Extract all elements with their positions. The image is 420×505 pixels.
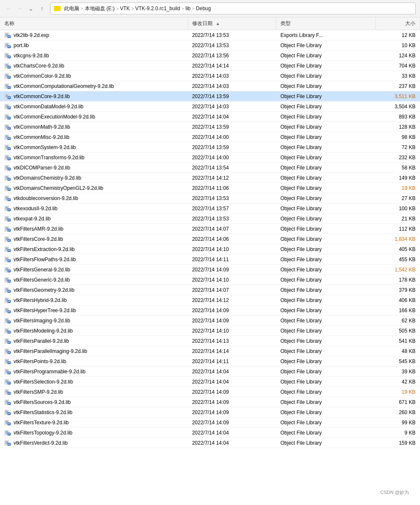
dropdown-button[interactable]: ⌄ (26, 4, 36, 13)
table-row[interactable]: vtkCommonCore-9.2d.lib2022/7/14 13:59Obj… (0, 91, 420, 102)
col-header-type[interactable]: 类型 (276, 17, 375, 30)
table-row[interactable]: vtkFiltersGeneral-9.2d.lib2022/7/14 14:0… (0, 265, 420, 275)
forward-button[interactable]: → (15, 4, 25, 13)
table-row[interactable]: vtkFiltersParallel-9.2d.lib2022/7/14 14:… (0, 336, 420, 346)
table-row[interactable]: vtkCommonDataModel-9.2d.lib2022/7/14 14:… (0, 102, 420, 112)
table-row[interactable]: vtkCommonExecutionModel-9.2d.lib2022/7/1… (0, 112, 420, 122)
svg-rect-12 (8, 46, 10, 46)
table-row[interactable]: vtkFiltersGeometry-9.2d.lib2022/7/14 14:… (0, 285, 420, 295)
file-name-text: vtkexpat-9.2d.lib (14, 216, 50, 222)
file-name-text: vtkFiltersImaging-9.2d.lib (14, 318, 70, 324)
table-row[interactable]: vtkFiltersTopology-9.2d.lib2022/7/14 14:… (0, 428, 420, 438)
svg-rect-195 (8, 312, 10, 312)
col-header-name[interactable]: 名称 (0, 17, 188, 30)
table-row[interactable]: vtkCommonColor-9.2d.lib2022/7/14 14:03Ob… (0, 71, 420, 81)
file-size-cell: 3,504 KB (375, 102, 420, 112)
table-header-row: 名称 修改日期 ▲ 类型 大小 (0, 17, 420, 30)
breadcrumb-item-2[interactable]: VTK (120, 6, 130, 11)
breadcrumb-item-0[interactable]: 此电脑 (64, 6, 79, 11)
file-size-cell: 260 KB (375, 407, 420, 418)
breadcrumb-item-5[interactable]: Debug (196, 6, 211, 11)
table-row[interactable]: vtkFiltersHyperTree-9.2d.lib2022/7/14 14… (0, 305, 420, 316)
file-name-text: vtkFiltersTexture-9.2d.lib (14, 420, 69, 426)
file-type-cell: Object File Library (276, 244, 375, 254)
file-type-cell: Object File Library (276, 254, 375, 265)
lib-file-icon (4, 62, 11, 69)
file-size-cell: 3,511 KB (375, 91, 420, 102)
svg-rect-201 (8, 321, 10, 322)
lib-file-icon (4, 276, 11, 283)
svg-rect-40 (8, 87, 10, 87)
svg-rect-174 (8, 281, 10, 282)
table-row[interactable]: vtkFiltersProgrammable-9.2d.lib2022/7/14… (0, 367, 420, 377)
table-row[interactable]: vtkexodusII-9.2d.lib2022/7/14 13:57Objec… (0, 203, 420, 214)
table-row[interactable]: vtkFiltersExtraction-9.2d.lib2022/7/14 1… (0, 244, 420, 254)
file-name-cell: vtkCommonTransforms-9.2d.lib (0, 152, 188, 163)
file-date-cell: 2022/7/14 14:03 (188, 81, 276, 91)
table-row[interactable]: vtkDICOMParser-9.2d.lib2022/7/14 13:54Ob… (0, 163, 420, 173)
file-size-cell: 704 KB (375, 61, 420, 71)
svg-rect-72 (6, 136, 8, 137)
table-row[interactable]: vtkCommonMisc-9.2d.lib2022/7/14 14:00Obj… (0, 132, 420, 142)
table-row[interactable]: vtkCommonTransforms-9.2d.lib2022/7/14 14… (0, 152, 420, 163)
table-row[interactable]: port.lib2022/7/14 13:53Object File Libra… (0, 40, 420, 51)
svg-rect-166 (8, 270, 10, 271)
table-row[interactable]: vtkDomainsChemistry-9.2d.lib2022/7/14 14… (0, 173, 420, 183)
file-name-cell: vtkFiltersImaging-9.2d.lib (0, 316, 188, 326)
up-button[interactable]: ↑ (37, 4, 47, 13)
table-row[interactable]: vtkFiltersStatistics-9.2d.lib2022/7/14 1… (0, 407, 420, 418)
svg-rect-223 (8, 353, 10, 353)
file-name-text: vtkFiltersAMR-9.2d.lib (14, 226, 63, 232)
table-row[interactable]: vtk2lib-9.2d.exp2022/7/14 13:53Exports L… (0, 30, 420, 40)
svg-rect-114 (6, 197, 8, 198)
file-name-text: vtkFiltersCore-9.2d.lib (14, 236, 63, 242)
table-row[interactable]: vtkCommonComputationalGeometry-9.2d.lib2… (0, 81, 420, 91)
file-name-text: vtkCommonSystem-9.2d.lib (14, 144, 76, 150)
file-name-text: vtkFiltersParallel-9.2d.lib (14, 338, 69, 344)
table-row[interactable]: vtkFiltersSelection-9.2d.lib2022/7/14 14… (0, 377, 420, 387)
table-row[interactable]: vtkFiltersAMR-9.2d.lib2022/7/14 14:07Obj… (0, 224, 420, 234)
file-type-cell: Object File Library (276, 224, 375, 234)
table-row[interactable]: vtkFiltersVerdict-9.2d.lib2022/7/14 14:0… (0, 438, 420, 448)
col-header-size[interactable]: 大小 (375, 17, 420, 30)
table-row[interactable]: vtkFiltersSMP-9.2d.lib2022/7/14 14:09Obj… (0, 387, 420, 397)
back-button[interactable]: ← (4, 4, 14, 13)
file-name-text: vtkFiltersSelection-9.2d.lib (14, 379, 73, 385)
address-bar[interactable]: 此电脑 > 本地磁盘 (E:) > VTK > VTK-9.2.0.rc1_bu… (50, 3, 416, 14)
svg-rect-1 (6, 34, 8, 34)
table-row[interactable]: vtkexpat-9.2d.lib2022/7/14 13:53Object F… (0, 214, 420, 224)
svg-rect-244 (8, 383, 10, 384)
col-header-date[interactable]: 修改日期 ▲ (188, 17, 276, 30)
table-row[interactable]: vtkCommonMath-9.2d.lib2022/7/14 13:59Obj… (0, 122, 420, 132)
table-row[interactable]: vtkFiltersImaging-9.2d.lib2022/7/14 14:0… (0, 316, 420, 326)
svg-rect-258 (8, 403, 10, 404)
breadcrumb-item-4[interactable]: lib (185, 6, 190, 11)
file-type-cell: Object File Library (276, 295, 375, 305)
table-row[interactable]: vtkFiltersSources-9.2d.lib2022/7/14 14:0… (0, 397, 420, 407)
table-row[interactable]: vtkFiltersParallelImaging-9.2d.lib2022/7… (0, 346, 420, 356)
breadcrumb-sep-3: > (180, 6, 186, 11)
svg-rect-10 (6, 46, 7, 47)
svg-rect-19 (8, 56, 10, 56)
breadcrumb-item-3[interactable]: VTK-9.2.0.rc1_build (135, 6, 180, 11)
table-row[interactable]: vtkFiltersCore-9.2d.lib2022/7/14 14:06Ob… (0, 234, 420, 244)
svg-rect-59 (6, 117, 7, 118)
table-row[interactable]: vtkcgns-9.2d.lib2022/7/14 13:56Object Fi… (0, 51, 420, 61)
file-type-cell: Object File Library (276, 316, 375, 326)
svg-rect-173 (8, 280, 10, 281)
file-name-text: vtkFiltersGeometry-9.2d.lib (14, 287, 74, 293)
table-row[interactable]: vtkdoubleconversion-9.2d.lib2022/7/14 13… (0, 193, 420, 203)
table-row[interactable]: vtkFiltersModeling-9.2d.lib2022/7/14 14:… (0, 326, 420, 336)
table-row[interactable]: vtkFiltersPoints-9.2d.lib2022/7/14 14:11… (0, 356, 420, 367)
table-row[interactable]: vtkFiltersTexture-9.2d.lib2022/7/14 14:0… (0, 418, 420, 428)
breadcrumb-item-1[interactable]: 本地磁盘 (E:) (85, 6, 115, 11)
table-row[interactable]: vtkChartsCore-9.2d.lib2022/7/14 14:14Obj… (0, 61, 420, 71)
table-row[interactable]: vtkFiltersFlowPaths-9.2d.lib2022/7/14 14… (0, 254, 420, 265)
svg-rect-237 (8, 373, 10, 373)
table-row[interactable]: vtkCommonSystem-9.2d.lib2022/7/14 13:59O… (0, 142, 420, 152)
table-row[interactable]: vtkFiltersHybrid-9.2d.lib2022/7/14 14:12… (0, 295, 420, 305)
table-row[interactable]: vtkDomainsChemistryOpenGL2-9.2d.lib2022/… (0, 183, 420, 193)
table-row[interactable]: vtkFiltersGeneric-9.2d.lib2022/7/14 14:1… (0, 275, 420, 285)
file-size-cell: 405 KB (375, 244, 420, 254)
file-name-cell: vtkFiltersTopology-9.2d.lib (0, 428, 188, 438)
